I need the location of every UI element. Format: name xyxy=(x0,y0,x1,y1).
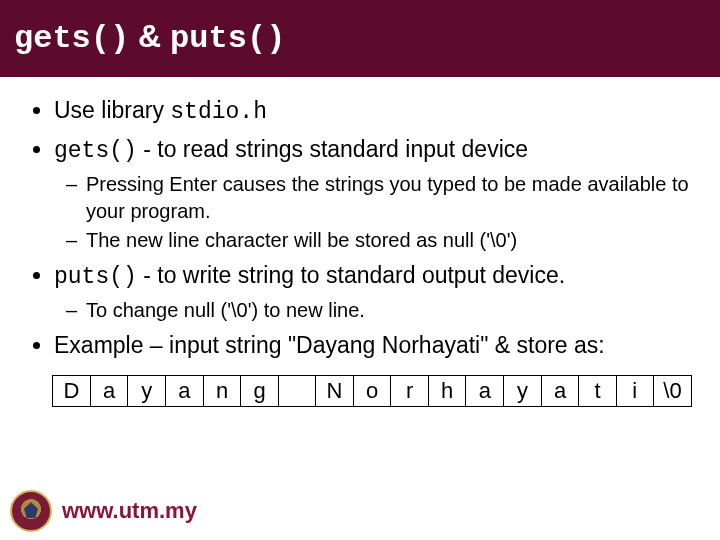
bullet-item: Example – input string "Dayang Norhayati… xyxy=(54,330,692,361)
text: - to read strings standard input device xyxy=(137,136,528,162)
title-connector: & xyxy=(129,18,170,54)
text: Example – input string "Dayang Norhayati… xyxy=(54,332,605,358)
char-cell: a xyxy=(166,376,204,407)
text: Use library xyxy=(54,97,170,123)
char-cell: g xyxy=(241,376,279,407)
sub-bullet-list: To change null ('\0') to new line. xyxy=(54,297,692,324)
code-puts: puts() xyxy=(54,264,137,290)
bullet-item: puts() - to write string to standard out… xyxy=(54,260,692,324)
char-cell: y xyxy=(128,376,166,407)
char-cell: a xyxy=(90,376,128,407)
slide-content: Use library stdio.h gets() - to read str… xyxy=(0,77,720,407)
title-code-puts: puts() xyxy=(170,20,285,57)
utm-logo-icon xyxy=(10,490,52,532)
char-cell xyxy=(278,376,315,407)
code-gets: gets() xyxy=(54,138,137,164)
char-cell: i xyxy=(616,376,653,407)
slide-title: gets() & puts() xyxy=(0,0,720,77)
char-array-table: D a y a n g N o r h a y a t i \0 xyxy=(52,375,692,407)
char-cell: r xyxy=(391,376,428,407)
footer-site: www.utm.my xyxy=(62,498,197,524)
char-cell: a xyxy=(541,376,579,407)
char-cell: n xyxy=(203,376,241,407)
char-cell: D xyxy=(53,376,91,407)
char-cell: a xyxy=(466,376,504,407)
code-stdio: stdio.h xyxy=(170,99,267,125)
text: Pressing Enter causes the strings you ty… xyxy=(86,173,689,222)
bullet-item: gets() - to read strings standard input … xyxy=(54,134,692,254)
char-cell: t xyxy=(579,376,616,407)
text: The new line character will be stored as… xyxy=(86,229,517,251)
sub-bullet-list: Pressing Enter causes the strings you ty… xyxy=(54,171,692,254)
slide: gets() & puts() Use library stdio.h gets… xyxy=(0,0,720,540)
char-cell: o xyxy=(353,376,391,407)
char-cell: \0 xyxy=(653,376,691,407)
char-cell: N xyxy=(315,376,353,407)
title-code-gets: gets() xyxy=(14,20,129,57)
sub-bullet-item: The new line character will be stored as… xyxy=(86,227,692,254)
bullet-item: Use library stdio.h xyxy=(54,95,692,128)
sub-bullet-item: Pressing Enter causes the strings you ty… xyxy=(86,171,692,225)
char-cell: y xyxy=(504,376,542,407)
text: To change null ('\0') to new line. xyxy=(86,299,365,321)
text: - to write string to standard output dev… xyxy=(137,262,565,288)
sub-bullet-item: To change null ('\0') to new line. xyxy=(86,297,692,324)
table-row: D a y a n g N o r h a y a t i \0 xyxy=(53,376,692,407)
bullet-list: Use library stdio.h gets() - to read str… xyxy=(28,95,692,361)
footer: www.utm.my xyxy=(0,482,720,540)
char-cell: h xyxy=(428,376,466,407)
